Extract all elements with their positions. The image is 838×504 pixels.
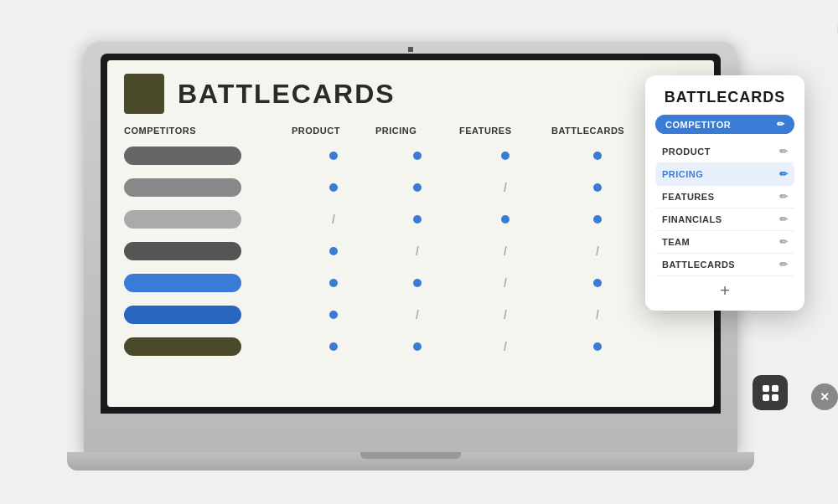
pencil-icon: ✏ bbox=[779, 259, 789, 270]
panel-item-label: PRICING bbox=[662, 169, 703, 179]
cell-product bbox=[292, 311, 375, 319]
panel-overlay: BATTLECARDS COMPETITOR ✏ PRODUCT✏PRICING… bbox=[645, 75, 804, 311]
col-header-competitors: COMPETITORS bbox=[124, 126, 292, 136]
pencil-icon: ✏ bbox=[779, 168, 789, 180]
screen-header: BATTLECARDS bbox=[107, 60, 714, 122]
cell-battlecards bbox=[551, 183, 644, 192]
laptop-body: BATTLECARDS COMPETITORS PRODUCT PRICING … bbox=[84, 42, 737, 452]
cell-battlecards: / bbox=[551, 308, 644, 321]
table-row: / bbox=[124, 333, 697, 360]
cell-product bbox=[292, 247, 375, 255]
panel-item-product[interactable]: PRODUCT✏ bbox=[655, 141, 794, 163]
cell-features: / bbox=[459, 244, 551, 258]
panel-item-label: FINANCIALS bbox=[662, 214, 722, 224]
panel-item-label: TEAM bbox=[662, 237, 690, 247]
pencil-icon: ✏ bbox=[779, 213, 789, 225]
panel-item-label: FEATURES bbox=[662, 192, 714, 202]
cell-features bbox=[459, 215, 551, 224]
header-box bbox=[124, 74, 164, 114]
panel-title: BATTLECARDS bbox=[655, 89, 794, 106]
panel-item-label: PRODUCT bbox=[662, 147, 711, 157]
panel-items-container: PRODUCT✏PRICING✏FEATURES✏FINANCIALS✏TEAM… bbox=[655, 141, 794, 276]
col-header-battlecards: BATTLECARDS bbox=[551, 126, 644, 136]
cell-pricing bbox=[375, 342, 459, 351]
cell-battlecards bbox=[551, 342, 644, 351]
app-icon-grid bbox=[763, 385, 779, 401]
cell-features: / bbox=[459, 308, 551, 321]
table-row: / bbox=[124, 174, 697, 201]
signal-icon bbox=[817, 0, 838, 67]
panel-item-pricing[interactable]: PRICING✏ bbox=[655, 163, 794, 186]
pencil-icon: ✏ bbox=[779, 146, 789, 157]
panel-competitor-btn[interactable]: COMPETITOR ✏ bbox=[655, 115, 794, 134]
battlecards-table: COMPETITORS PRODUCT PRICING FEATURES BAT… bbox=[107, 122, 714, 360]
cell-battlecards: / bbox=[551, 244, 644, 258]
app-icon-dot bbox=[772, 385, 779, 392]
panel-item-team[interactable]: TEAM✏ bbox=[655, 231, 794, 254]
cell-battlecards bbox=[551, 279, 644, 287]
cell-battlecards bbox=[551, 215, 644, 224]
cell-product bbox=[292, 183, 375, 192]
laptop-base bbox=[67, 452, 754, 471]
pencil-active-icon: ✏ bbox=[777, 119, 785, 130]
col-header-product: PRODUCT bbox=[292, 126, 375, 136]
cell-pricing: / bbox=[375, 244, 459, 258]
cell-product bbox=[292, 152, 375, 160]
app-icon-dot bbox=[772, 394, 779, 401]
screen-title: BATTLECARDS bbox=[178, 79, 396, 110]
app-icon-dot bbox=[763, 385, 769, 392]
panel-item-battlecards[interactable]: BATTLECARDS✏ bbox=[655, 254, 794, 276]
close-button[interactable]: ✕ bbox=[811, 383, 838, 410]
app-icon-button[interactable] bbox=[753, 375, 788, 410]
table-row: / bbox=[124, 270, 697, 296]
col-header-pricing: PRICING bbox=[375, 126, 459, 136]
pencil-icon: ✏ bbox=[779, 236, 789, 248]
pencil-icon: ✏ bbox=[779, 191, 789, 203]
panel-item-label: BATTLECARDS bbox=[662, 260, 735, 270]
camera-dot bbox=[408, 47, 413, 52]
cell-product bbox=[292, 279, 375, 287]
panel-competitor-label: COMPETITOR bbox=[665, 120, 731, 130]
table-row: / bbox=[124, 206, 697, 233]
cell-features: / bbox=[459, 181, 551, 194]
table-header: COMPETITORS PRODUCT PRICING FEATURES BAT… bbox=[124, 122, 697, 142]
panel-add-button[interactable]: + bbox=[655, 276, 794, 301]
panel-item-financials[interactable]: FINANCIALS✏ bbox=[655, 208, 794, 231]
screen-bezel: BATTLECARDS COMPETITORS PRODUCT PRICING … bbox=[101, 54, 721, 414]
cell-pricing bbox=[375, 215, 459, 224]
cell-pricing bbox=[375, 152, 459, 160]
cell-pricing bbox=[375, 183, 459, 192]
table-body: ////////// bbox=[124, 142, 697, 360]
cell-product bbox=[292, 342, 375, 351]
cell-pricing: / bbox=[375, 308, 459, 321]
close-icon: ✕ bbox=[820, 390, 830, 404]
cell-features: / bbox=[459, 340, 551, 353]
cell-features: / bbox=[459, 276, 551, 290]
table-row: /// bbox=[124, 301, 697, 328]
cell-product: / bbox=[292, 213, 375, 226]
cell-features bbox=[459, 152, 551, 160]
table-row bbox=[124, 142, 697, 169]
table-row: /// bbox=[124, 238, 697, 265]
col-header-features: FEATURES bbox=[459, 126, 551, 136]
panel-item-features[interactable]: FEATURES✏ bbox=[655, 186, 794, 208]
cell-battlecards bbox=[551, 152, 644, 160]
app-icon-dot bbox=[763, 394, 769, 401]
laptop-screen: BATTLECARDS COMPETITORS PRODUCT PRICING … bbox=[107, 60, 714, 407]
cell-pricing bbox=[375, 279, 459, 287]
